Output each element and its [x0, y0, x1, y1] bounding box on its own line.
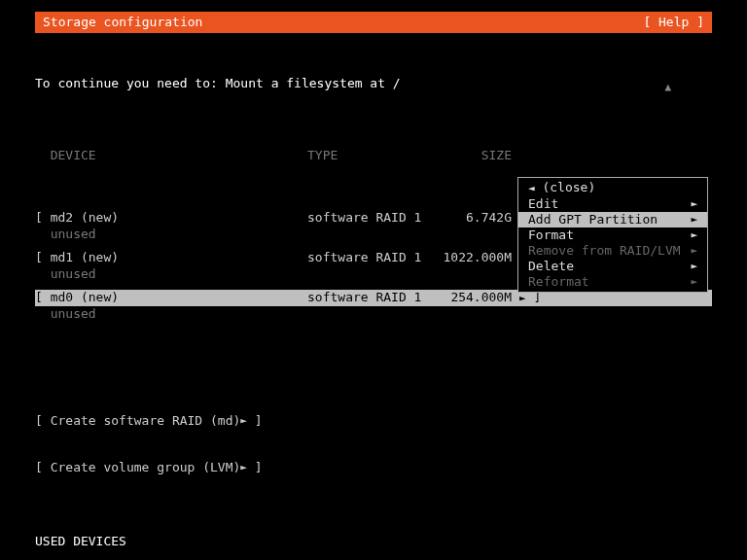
chevron-right-icon: ►: [691, 259, 697, 274]
menu-close[interactable]: ◄ (close): [518, 180, 707, 196]
col-type: TYPE: [307, 148, 434, 163]
chevron-right-icon: ►: [240, 460, 247, 475]
title: Storage configuration: [43, 15, 202, 30]
device-sub: unused: [35, 306, 712, 322]
help-link[interactable]: [ Help ]: [643, 15, 704, 30]
col-device: DEVICE: [51, 148, 96, 162]
body: To continue you need to: Mount a filesys…: [0, 33, 747, 560]
chevron-left-icon: ◄: [528, 182, 535, 194]
chevron-right-icon: ►: [691, 274, 697, 290]
context-menu[interactable]: ◄ (close) Edit►Add GPT Partition►Format►…: [517, 177, 708, 293]
chevron-right-icon: ►: [240, 413, 247, 429]
menu-item-delete[interactable]: Delete►: [518, 259, 707, 274]
menu-item-edit[interactable]: Edit►: [518, 196, 707, 212]
create-raid-label: Create software RAID (md): [51, 413, 241, 429]
create-raid-row[interactable]: [ Create software RAID (md) ► ]: [35, 413, 712, 429]
chevron-right-icon: ►: [691, 243, 697, 259]
create-lvm-row[interactable]: [ Create volume group (LVM) ► ]: [35, 460, 712, 475]
titlebar: Storage configuration [ Help ]: [35, 12, 712, 33]
menu-item-format[interactable]: Format►: [518, 228, 707, 243]
menu-item-add-gpt-partition[interactable]: Add GPT Partition►: [518, 212, 707, 228]
available-header: DEVICE TYPE SIZE: [35, 148, 712, 163]
chevron-right-icon: ►: [691, 212, 697, 228]
col-size: SIZE: [434, 148, 512, 163]
create-lvm-label: Create volume group (LVM): [51, 460, 241, 475]
menu-close-label: (close): [542, 180, 595, 194]
chevron-right-icon: ►: [691, 196, 697, 212]
chevron-right-icon: ►: [691, 228, 697, 243]
chevron-right-icon: ►: [519, 292, 526, 304]
menu-item-reformat: Reformat►: [518, 274, 707, 290]
used-devices-title: USED DEVICES: [35, 534, 712, 549]
hint-text: To continue you need to: Mount a filesys…: [35, 76, 712, 91]
scroll-up-icon[interactable]: ▲: [664, 80, 671, 95]
menu-item-remove-from-raid-lvm: Remove from RAID/LVM►: [518, 243, 707, 259]
